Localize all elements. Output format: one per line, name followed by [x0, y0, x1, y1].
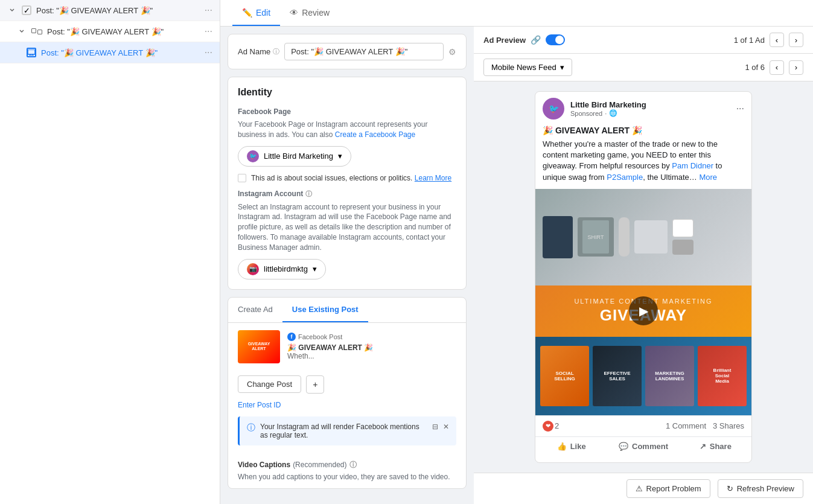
- placement-count: 1 of 6 ‹ ›: [745, 60, 803, 75]
- advertiser-meta: Sponsored · 🌐: [570, 109, 730, 117]
- heart-icon: ❤: [543, 421, 553, 432]
- more-options-1[interactable]: ···: [205, 5, 212, 16]
- gear-icon[interactable]: ⚙: [448, 47, 456, 57]
- tab-create-ad[interactable]: Create Ad: [228, 298, 282, 322]
- ad-more-button[interactable]: ···: [736, 103, 744, 114]
- edit-icon: ✏️: [242, 8, 252, 18]
- report-icon: ⚠: [636, 484, 643, 493]
- comment-button[interactable]: 💬 Comment: [607, 437, 679, 456]
- reaction-like: ❤ 2: [543, 421, 559, 432]
- book-3: MARKETINGLANDMINES: [645, 346, 694, 406]
- ad-post-title: 🎉 GIVEAWAY ALERT 🎉: [543, 126, 744, 135]
- instagram-select-button[interactable]: 📷 littlebirdmktg ▾: [238, 259, 326, 279]
- play-button[interactable]: ▶: [629, 296, 658, 325]
- book-2: EFFECTIVESALES: [593, 346, 642, 406]
- post-info: f Facebook Post 🎉 GIVEAWAY ALERT 🎉 Wheth…: [287, 333, 456, 360]
- chevron-down-icon-insta: ▾: [313, 264, 317, 273]
- preview-footer: ⚠ Report Problem ↻ Refresh Preview: [474, 473, 813, 504]
- post-tab-card: Create Ad Use Existing Post GIVEAWAYALER…: [228, 297, 467, 489]
- report-problem-button[interactable]: ⚠ Report Problem: [626, 479, 710, 498]
- post-thumbnail: GIVEAWAYALERT: [238, 330, 280, 363]
- change-post-button[interactable]: Change Post: [238, 375, 301, 393]
- add-button[interactable]: +: [306, 375, 324, 394]
- prev-ad-button[interactable]: ‹: [770, 33, 784, 47]
- alert-text: Your Instagram ad will render Facebook m…: [260, 423, 427, 439]
- open-preview-button[interactable]: 🔗: [531, 35, 541, 45]
- ad-image-books: SOCIALSELLING EFFECTIVESALES MARKETINGLA…: [535, 337, 751, 415]
- page-select-button[interactable]: 🐦 Little Bird Marketing ▾: [238, 146, 351, 167]
- video-captions-section: Video Captions (Recommended) ⓘ When you …: [228, 453, 466, 488]
- info-icon-video: ⓘ: [349, 460, 357, 470]
- refresh-icon: ↻: [727, 484, 733, 493]
- tab-edit[interactable]: ✏️ Edit: [232, 1, 280, 26]
- screen-icon: [27, 48, 36, 57]
- learn-more-link[interactable]: Learn More: [415, 174, 451, 182]
- instagram-account-name: littlebirdmktg: [264, 264, 308, 273]
- ad-name-label: Ad Name ⓘ: [238, 47, 279, 56]
- expand-icon: [7, 6, 17, 15]
- ad-card-header: 🐦 Little Bird Marketing Sponsored · 🌐 ··…: [535, 92, 751, 126]
- sidebar-item-3[interactable]: Post: "🎉 GIVEAWAY ALERT 🎉" ···: [0, 42, 220, 63]
- instagram-account-label: Instagram Account ⓘ: [238, 190, 456, 199]
- preview-content: 🐦 Little Bird Marketing Sponsored · 🌐 ··…: [474, 81, 813, 473]
- pam-link[interactable]: Pam Didner: [672, 161, 713, 170]
- post-title: 🎉 GIVEAWAY ALERT 🎉: [287, 343, 456, 352]
- prev-placement-button[interactable]: ‹: [770, 60, 784, 75]
- post-platform: f Facebook Post: [287, 333, 456, 341]
- dot-separator: ·: [605, 110, 607, 117]
- sidebar: ✓ Post: "🎉 GIVEAWAY ALERT 🎉" ··· Post: "…: [0, 0, 220, 504]
- social-issues-label: This ad is about social issues, election…: [251, 174, 451, 182]
- next-ad-button[interactable]: ›: [789, 33, 803, 47]
- social-issues-checkbox[interactable]: [238, 174, 246, 182]
- body-split: Ad Name ⓘ ⚙ Identity Facebook Page Your …: [220, 27, 813, 504]
- main-content: ✏️ Edit 👁 Review Ad Name ⓘ ⚙: [220, 0, 813, 504]
- sidebar-item-label-1: Post: "🎉 GIVEAWAY ALERT 🎉": [36, 6, 200, 15]
- checkbox-icon: ✓: [22, 5, 31, 15]
- more-options-2[interactable]: ···: [205, 26, 212, 37]
- ad-name-input[interactable]: [284, 43, 444, 60]
- ad-reactions: ❤ 2 1 Comment 3 Shares: [535, 415, 751, 436]
- page-avatar: 🐦: [247, 150, 259, 162]
- more-link[interactable]: More: [699, 173, 717, 182]
- video-captions-label: Video Captions (Recommended) ⓘ: [238, 460, 456, 470]
- like-button[interactable]: 👍 Like: [535, 437, 607, 456]
- tab-use-existing-post[interactable]: Use Existing Post: [282, 298, 368, 322]
- review-label: Review: [302, 8, 330, 18]
- identity-card: Identity Facebook Page Your Facebook Pag…: [228, 77, 467, 290]
- placement-select-button[interactable]: Mobile News Feed ▾: [483, 59, 572, 76]
- sidebar-item-2[interactable]: Post: "🎉 GIVEAWAY ALERT 🎉" ···: [0, 21, 220, 42]
- tab-review[interactable]: 👁 Review: [280, 1, 339, 26]
- alert-close-button[interactable]: ✕: [443, 423, 449, 431]
- alert-minimize-button[interactable]: ⊟: [432, 423, 438, 431]
- enter-post-id-link[interactable]: Enter Post ID: [228, 401, 466, 416]
- globe-icon: 🌐: [609, 109, 617, 117]
- refresh-preview-button[interactable]: ↻ Refresh Preview: [718, 479, 803, 498]
- advertiser-avatar: 🐦: [543, 98, 564, 120]
- next-placement-button[interactable]: ›: [789, 60, 803, 75]
- action-row: Change Post +: [228, 371, 466, 401]
- alert-actions: ⊟ ✕: [432, 423, 449, 431]
- ad-image-container: SHIRT: [535, 189, 751, 415]
- more-options-3[interactable]: ···: [205, 47, 212, 58]
- preview-toggle[interactable]: [546, 34, 565, 45]
- ad-actions: 👍 Like 💬 Comment ↗ Share: [535, 436, 751, 456]
- preview-header: Ad Preview 🔗 1 of 1 Ad ‹ ›: [474, 27, 813, 54]
- review-icon: 👁: [290, 8, 298, 18]
- sidebar-item-1[interactable]: ✓ Post: "🎉 GIVEAWAY ALERT 🎉" ···: [0, 0, 220, 21]
- p2sample-link[interactable]: P2Sample: [607, 173, 643, 182]
- create-facebook-page-link[interactable]: Create a Facebook Page: [335, 130, 415, 139]
- comment-icon: 💬: [619, 442, 628, 451]
- post-preview-row: GIVEAWAYALERT f Facebook Post 🎉 GIVEAWAY…: [228, 323, 466, 371]
- edit-label: Edit: [256, 8, 270, 18]
- share-button[interactable]: ↗ Share: [680, 437, 751, 456]
- facebook-icon: f: [287, 333, 296, 341]
- ad-preview-label: Ad Preview: [483, 36, 526, 45]
- video-captions-desc: When you add captions to your video, the…: [238, 473, 456, 481]
- instagram-account-desc: Select an Instagram account to represent…: [238, 202, 456, 253]
- ad-card: 🐦 Little Bird Marketing Sponsored · 🌐 ··…: [535, 91, 752, 463]
- giveaway-banner: ULTIMATE CONTENT MARKETING GIVEAWAY ▶: [535, 285, 751, 337]
- info-icon-adname: ⓘ: [273, 47, 279, 56]
- reaction-count: 2: [555, 421, 559, 430]
- svg-rect-0: [28, 49, 35, 54]
- advertiser-info: Little Bird Marketing Sponsored · 🌐: [570, 100, 730, 117]
